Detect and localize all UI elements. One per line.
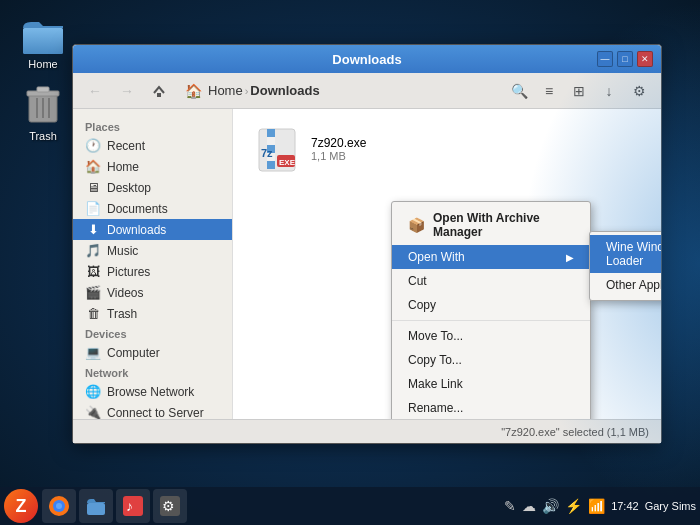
tray-wifi-icon[interactable]: 📶 (588, 498, 605, 514)
toolbar: ← → 🏠 Home › Downloads 🔍 ≡ ⊞ ↓ ⚙ (73, 73, 661, 109)
desktop-icon-home[interactable]: Home (8, 8, 78, 70)
sidebar-item-recent-label: Recent (107, 139, 145, 153)
videos-icon: 🎬 (85, 285, 101, 300)
file-icon-7z920: 7z EXE (253, 125, 301, 173)
sidebar-item-music-label: Music (107, 244, 138, 258)
browser-icon (48, 495, 70, 517)
tray-volume-icon[interactable]: 🔊 (542, 498, 559, 514)
tray-network-icon[interactable]: ☁ (522, 498, 536, 514)
window-title: Downloads (81, 52, 653, 67)
submenu-other-app[interactable]: Other Application... (590, 273, 661, 297)
ctx-rename[interactable]: Rename... (392, 396, 590, 419)
trash-folder-icon (19, 80, 67, 128)
sidebar-item-trash-label: Trash (107, 307, 137, 321)
sidebar-item-music[interactable]: 🎵 Music (73, 240, 232, 261)
ctx-copy[interactable]: Copy (392, 293, 590, 317)
svg-rect-8 (157, 93, 161, 97)
toolbar-right: 🔍 ≡ ⊞ ↓ ⚙ (505, 77, 653, 105)
list-view-button[interactable]: ≡ (535, 77, 563, 105)
svg-rect-4 (37, 87, 49, 92)
network-label: Network (73, 363, 232, 381)
desktop-icon: 🖥 (85, 180, 101, 195)
trash-sidebar-icon: 🗑 (85, 306, 101, 321)
context-menu: 📦 Open With Archive Manager Open With ▶ … (391, 201, 591, 419)
taskbar-app-music[interactable]: ♪ (116, 489, 150, 523)
sidebar-item-documents[interactable]: 📄 Documents (73, 198, 232, 219)
up-button[interactable] (145, 77, 173, 105)
tray-power-icon[interactable]: ⚡ (565, 498, 582, 514)
taskbar-app-settings[interactable]: ⚙ (153, 489, 187, 523)
tray-icons: ✎ ☁ 🔊 ⚡ 📶 (504, 498, 605, 514)
minimize-button[interactable]: — (597, 51, 613, 67)
desktop: Home Trash Downloads — □ ✕ (0, 0, 700, 525)
sidebar-item-browse-network-label: Browse Network (107, 385, 194, 399)
desktop-icon-trash[interactable]: Trash (8, 80, 78, 142)
ctx-cut[interactable]: Cut (392, 269, 590, 293)
desktop-icon-trash-label: Trash (29, 130, 57, 142)
sidebar-item-pictures[interactable]: 🖼 Pictures (73, 261, 232, 282)
taskbar: Z ♪ (0, 487, 700, 525)
submenu-arrow-icon: ▶ (566, 252, 574, 263)
sidebar-item-videos[interactable]: 🎬 Videos (73, 282, 232, 303)
taskbar-app-files[interactable] (79, 489, 113, 523)
status-bar: "7z920.exe" selected (1,1 MB) (73, 419, 661, 443)
settings-button[interactable]: ⚙ (625, 77, 653, 105)
up-icon (151, 83, 167, 99)
files-icon (85, 495, 107, 517)
ctx-open-with[interactable]: Open With ▶ (392, 245, 590, 269)
window-controls: — □ ✕ (597, 51, 653, 67)
title-bar: Downloads — □ ✕ (73, 45, 661, 73)
launcher-logo: Z (16, 496, 27, 517)
sidebar-item-pictures-label: Pictures (107, 265, 150, 279)
close-button[interactable]: ✕ (637, 51, 653, 67)
sidebar-item-browse-network[interactable]: 🌐 Browse Network (73, 381, 232, 402)
svg-text:7z: 7z (261, 147, 273, 159)
sidebar-item-trash[interactable]: 🗑 Trash (73, 303, 232, 324)
taskbar-app-browser[interactable] (42, 489, 76, 523)
svg-rect-1 (23, 28, 63, 54)
ctx-make-link[interactable]: Make Link (392, 372, 590, 396)
taskbar-user: Gary Sims (645, 500, 696, 512)
breadcrumb-home[interactable]: Home (208, 83, 243, 98)
submenu-wine-loader[interactable]: Wine Windows Program Loader (590, 235, 661, 273)
sidebar-item-connect-server[interactable]: 🔌 Connect to Server (73, 402, 232, 419)
svg-text:⚙: ⚙ (162, 498, 175, 514)
browse-network-icon: 🌐 (85, 384, 101, 399)
sidebar-item-computer-label: Computer (107, 346, 160, 360)
file-manager-window: Downloads — □ ✕ ← → 🏠 Home › Downloads (72, 44, 662, 444)
sidebar-item-downloads[interactable]: ⬇ Downloads (73, 219, 232, 240)
search-button[interactable]: 🔍 (505, 77, 533, 105)
connect-server-icon: 🔌 (85, 405, 101, 419)
main-file-area[interactable]: 7z EXE 7z920.exe 1,1 MB 📦 (233, 109, 661, 419)
sidebar-item-desktop-label: Desktop (107, 181, 151, 195)
svg-rect-14 (267, 161, 275, 169)
ctx-open-archive[interactable]: 📦 Open With Archive Manager (392, 205, 590, 245)
svg-point-20 (56, 503, 62, 509)
back-button[interactable]: ← (81, 77, 109, 105)
sidebar-item-recent[interactable]: 🕐 Recent (73, 135, 232, 156)
sidebar-item-videos-label: Videos (107, 286, 143, 300)
sidebar-item-home[interactable]: 🏠 Home (73, 156, 232, 177)
documents-icon: 📄 (85, 201, 101, 216)
sort-button[interactable]: ↓ (595, 77, 623, 105)
taskbar-launcher[interactable]: Z (4, 489, 38, 523)
sidebar-item-computer[interactable]: 💻 Computer (73, 342, 232, 363)
taskbar-right: ✎ ☁ 🔊 ⚡ 📶 17:42 Gary Sims (504, 498, 696, 514)
sidebar-item-connect-server-label: Connect to Server (107, 406, 204, 420)
svg-rect-21 (87, 503, 105, 515)
grid-view-button[interactable]: ⊞ (565, 77, 593, 105)
sidebar: Places 🕐 Recent 🏠 Home 🖥 Desktop 📄 Docum… (73, 109, 233, 419)
home-folder-icon (19, 8, 67, 56)
maximize-button[interactable]: □ (617, 51, 633, 67)
sidebar-item-desktop[interactable]: 🖥 Desktop (73, 177, 232, 198)
tray-edit-icon[interactable]: ✎ (504, 498, 516, 514)
settings-app-icon: ⚙ (159, 495, 181, 517)
forward-button[interactable]: → (113, 77, 141, 105)
places-label: Places (73, 117, 232, 135)
breadcrumb-current: Downloads (250, 83, 319, 98)
file-item-7z920[interactable]: 7z EXE 7z920.exe 1,1 MB (245, 121, 649, 177)
sidebar-item-home-label: Home (107, 160, 139, 174)
ctx-move-to[interactable]: Move To... (392, 324, 590, 348)
devices-label: Devices (73, 324, 232, 342)
ctx-copy-to[interactable]: Copy To... (392, 348, 590, 372)
